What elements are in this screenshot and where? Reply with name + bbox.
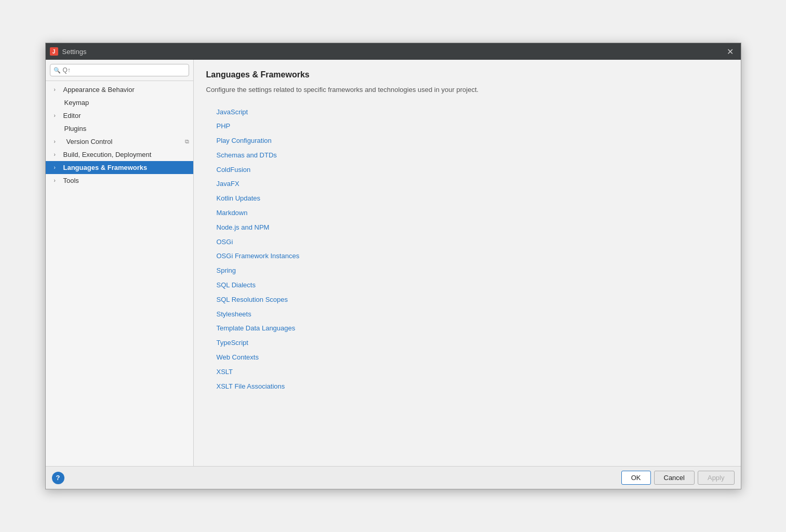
ok-button[interactable]: OK [621,471,651,485]
sidebar-item-editor[interactable]: › Editor [46,109,193,122]
framework-link[interactable]: Node.js and NPM [217,221,728,235]
page-title: Languages & Frameworks [206,70,728,79]
footer-buttons: OK Cancel Apply [621,471,735,485]
sidebar-item-label: Version Control [66,138,113,145]
cancel-button[interactable]: Cancel [654,471,695,485]
sidebar-item-version-control[interactable]: › Version Control ⧉ [46,135,193,148]
window-body: 🔍 › Appearance & Behavior Keymap › Edito… [46,60,741,466]
chevron-icon: › [54,178,60,183]
chevron-icon: › [54,139,60,144]
main-content: Languages & Frameworks Configure the set… [194,60,741,466]
framework-link[interactable]: TypeScript [217,336,728,350]
sidebar-item-label: Keymap [64,99,89,107]
framework-link[interactable]: Schemas and DTDs [217,149,728,163]
sidebar: 🔍 › Appearance & Behavior Keymap › Edito… [46,60,194,466]
framework-link[interactable]: Stylesheets [217,308,728,322]
framework-link[interactable]: XSLT File Associations [217,380,728,394]
framework-link[interactable]: Kotlin Updates [217,192,728,206]
framework-list: JavaScriptPHPPlay ConfigurationSchemas a… [206,105,728,394]
page-description: Configure the settings related to specif… [206,85,728,95]
nav-tree: › Appearance & Behavior Keymap › Editor … [46,81,193,466]
framework-link[interactable]: SQL Dialects [217,278,728,292]
sidebar-item-label: Languages & Frameworks [63,164,148,171]
framework-link[interactable]: SQL Resolution Scopes [217,293,728,307]
settings-window: J Settings ✕ 🔍 › Appearance & Behavior [45,43,741,489]
search-icon: 🔍 [54,67,61,74]
sidebar-item-label: Build, Execution, Deployment [63,151,152,158]
framework-link[interactable]: Play Configuration [217,134,728,148]
search-input[interactable] [50,64,189,76]
framework-link[interactable]: XSLT [217,365,728,379]
sidebar-item-appearance[interactable]: › Appearance & Behavior [46,83,193,96]
sidebar-item-tools[interactable]: › Tools [46,174,193,187]
framework-link[interactable]: PHP [217,119,728,134]
chevron-icon: › [54,113,60,118]
copy-icon: ⧉ [185,138,189,145]
sidebar-item-build[interactable]: › Build, Execution, Deployment [46,148,193,161]
chevron-icon: › [54,87,60,92]
sidebar-item-languages[interactable]: › Languages & Frameworks [46,161,193,174]
sidebar-item-label: Editor [63,112,81,119]
sidebar-item-plugins[interactable]: Plugins [46,122,193,135]
help-button[interactable]: ? [52,472,64,484]
framework-link[interactable]: Spring [217,264,728,278]
app-icon: J [50,47,58,56]
apply-button[interactable]: Apply [698,471,735,485]
framework-link[interactable]: ColdFusion [217,163,728,177]
sidebar-item-label: Tools [63,177,79,184]
footer: ? OK Cancel Apply [46,466,741,489]
sidebar-item-label: Appearance & Behavior [63,86,135,94]
framework-link[interactable]: OSGi Framework Instances [217,249,728,263]
search-wrapper: 🔍 [50,64,189,76]
title-bar: J Settings ✕ [46,43,741,60]
framework-link[interactable]: Template Data Languages [217,322,728,336]
chevron-icon: › [54,165,60,170]
window-title: Settings [62,48,87,56]
framework-link[interactable]: Web Contexts [217,351,728,365]
search-box: 🔍 [46,60,193,81]
sidebar-item-label: Plugins [64,125,87,132]
close-button[interactable]: ✕ [724,46,737,58]
chevron-icon: › [54,152,60,157]
sidebar-item-keymap[interactable]: Keymap [46,96,193,109]
framework-link[interactable]: OSGi [217,235,728,249]
framework-link[interactable]: JavaFX [217,177,728,191]
framework-link[interactable]: Markdown [217,206,728,220]
version-control-inner: › Version Control [54,138,113,145]
framework-link[interactable]: JavaScript [217,105,728,119]
title-bar-left: J Settings [50,47,87,56]
